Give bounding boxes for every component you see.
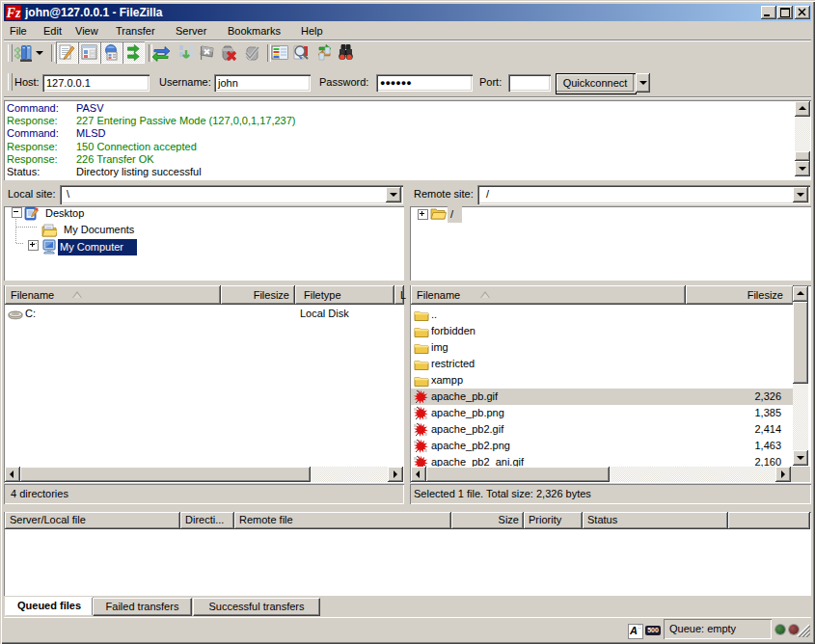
svg-text:Fz: Fz — [6, 6, 21, 20]
